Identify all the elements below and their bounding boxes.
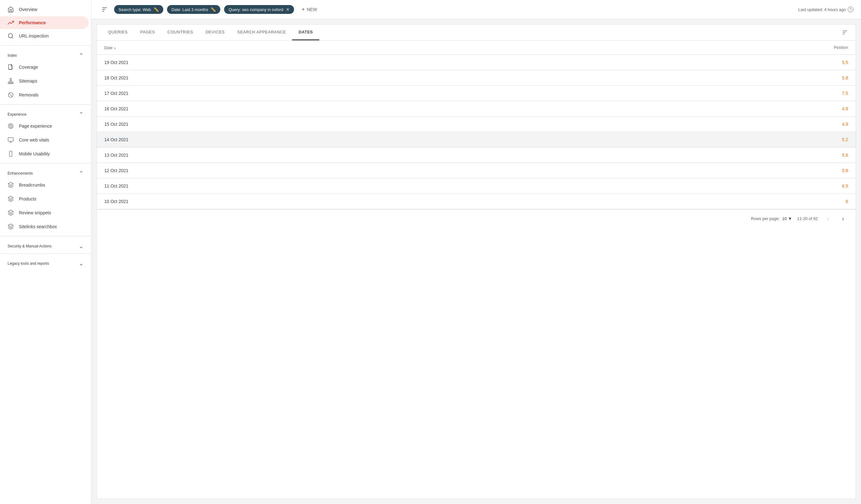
sidebar-item-url-inspection[interactable]: URL inspection [0, 30, 88, 42]
prev-page-button[interactable]: ‹ [823, 213, 833, 223]
table-row[interactable]: 17 Oct 20217.5 [97, 86, 856, 101]
section-experience-label: Experience [8, 112, 26, 117]
tab-devices[interactable]: DEVICES [199, 25, 231, 40]
layers-icon [8, 196, 14, 202]
sidebar-item-label: Review snippets [19, 210, 51, 215]
filter-button[interactable] [99, 4, 110, 15]
cell-date: 15 Oct 2021 [97, 117, 531, 132]
last-updated: Last updated: 4 hours ago ? [798, 6, 853, 12]
removals-icon [8, 92, 14, 98]
layers-icon [8, 209, 14, 216]
cell-date: 19 Oct 2021 [97, 55, 531, 70]
section-security-label: Security & Manual Actions [8, 244, 51, 248]
section-security[interactable]: Security & Manual Actions ⌄ [0, 239, 91, 251]
svg-line-10 [11, 80, 13, 81]
sidebar-item-label: Page experience [19, 124, 52, 128]
table-row[interactable]: 11 Oct 20216.5 [97, 178, 856, 194]
table-row[interactable]: 15 Oct 20214.9 [97, 117, 856, 132]
cell-date: 16 Oct 2021 [97, 101, 531, 117]
sitemap-icon [8, 78, 14, 84]
sidebar-item-core-web-vitals[interactable]: Core web vitals [0, 134, 88, 146]
section-enhancements-label: Enhancements [8, 171, 33, 176]
chip-search-type[interactable]: Search type: Web ✏️ [114, 5, 163, 14]
tab-pages[interactable]: PAGES [134, 25, 161, 40]
col-header-position[interactable]: Position [531, 41, 856, 55]
section-experience[interactable]: Experience ⌃ [0, 107, 91, 119]
table-row[interactable]: 12 Oct 20215.8 [97, 163, 856, 178]
new-button-label: NEW [306, 7, 317, 12]
svg-line-1 [12, 37, 13, 39]
cwv-icon [8, 137, 14, 143]
chip-query[interactable]: Query: seo company in oxford ✕ [224, 5, 294, 14]
sidebar-item-removals[interactable]: Removals [0, 88, 88, 101]
sidebar-item-label: Breadcrumbs [19, 182, 45, 188]
dropdown-arrow-icon: ▼ [788, 216, 792, 221]
sidebar-item-coverage[interactable]: Coverage [0, 61, 88, 73]
last-updated-text: Last updated: 4 hours ago [798, 7, 846, 12]
table-filter-button[interactable] [839, 27, 851, 38]
col-header-date[interactable]: Date ↓ [97, 41, 531, 55]
cell-date: 18 Oct 2021 [97, 70, 531, 86]
cell-date: 10 Oct 2021 [97, 194, 531, 209]
svg-marker-29 [8, 224, 14, 227]
chip-search-type-label: Search type: Web [119, 7, 151, 12]
sidebar-item-label: Products [19, 196, 36, 201]
table-row[interactable]: 14 Oct 20215.2 [97, 132, 856, 148]
tab-dates[interactable]: DATES [292, 25, 319, 40]
section-index-label: Index [8, 53, 17, 58]
svg-rect-3 [10, 79, 12, 79]
svg-marker-26 [8, 182, 14, 185]
tab-search-appearance[interactable]: SEARCH APPEARANCE [231, 25, 292, 40]
chip-date[interactable]: Date: Last 3 months ✏️ [167, 5, 220, 14]
info-icon: ? [848, 6, 853, 12]
table-row[interactable]: 10 Oct 20216 [97, 194, 856, 209]
rows-per-page-select[interactable]: 10 ▼ [782, 216, 792, 221]
chevron-down-icon: ⌄ [79, 243, 83, 250]
file-icon [8, 64, 14, 70]
section-legacy[interactable]: Legacy tools and reports ⌄ [0, 256, 91, 268]
cell-position: 5.8 [531, 163, 856, 178]
cell-position: 5.8 [531, 70, 856, 86]
sidebar-item-label: Removals [19, 92, 39, 97]
sidebar-item-label: Performance [19, 20, 46, 25]
pagination: Rows per page: 10 ▼ 11-20 of 92 ‹ › [97, 209, 856, 227]
sidebar-item-label: Mobile Usability [19, 151, 50, 156]
sidebar-item-performance[interactable]: Performance [0, 16, 88, 29]
table-row[interactable]: 18 Oct 20215.8 [97, 70, 856, 86]
svg-line-8 [9, 80, 11, 81]
chip-date-label: Date: Last 3 months [172, 7, 208, 12]
sidebar-item-products[interactable]: Products [0, 193, 88, 205]
tab-queries[interactable]: QUERIES [102, 25, 134, 40]
table-row[interactable]: 16 Oct 20214.8 [97, 101, 856, 117]
cell-position: 4.8 [531, 101, 856, 117]
home-icon [8, 6, 14, 13]
sidebar-item-overview[interactable]: Overview [0, 3, 88, 16]
sidebar-item-sitelinks-searchbox[interactable]: Sitelinks searchbox [0, 220, 88, 233]
rows-per-page-label: Rows per page: [751, 216, 780, 221]
rows-per-page: Rows per page: 10 ▼ [751, 216, 792, 221]
page-info: 11-20 of 92 [797, 216, 818, 221]
chevron-up-icon: ⌃ [79, 52, 83, 59]
section-legacy-label: Legacy tools and reports [8, 261, 49, 266]
search-icon [8, 33, 14, 39]
sidebar-item-page-experience[interactable]: Page experience [0, 120, 88, 132]
cell-date: 13 Oct 2021 [97, 148, 531, 163]
col-position-label: Position [834, 45, 848, 50]
next-page-button[interactable]: › [838, 213, 848, 223]
svg-marker-27 [8, 196, 14, 199]
cell-position: 4.9 [531, 117, 856, 132]
section-enhancements[interactable]: Enhancements ⌃ [0, 166, 91, 178]
table-row[interactable]: 13 Oct 20215.6 [97, 148, 856, 163]
sidebar-item-breadcrumbs[interactable]: Breadcrumbs [0, 179, 88, 191]
table-row[interactable]: 19 Oct 20215.5 [97, 55, 856, 70]
sidebar-item-review-snippets[interactable]: Review snippets [0, 206, 88, 219]
tab-countries[interactable]: COUNTRIES [161, 25, 199, 40]
section-index[interactable]: Index ⌃ [0, 48, 91, 60]
chip-query-label: Query: seo company in oxford [229, 7, 283, 12]
sidebar-item-mobile-usability[interactable]: Mobile Usability [0, 148, 88, 160]
close-icon[interactable]: ✕ [286, 7, 290, 12]
sidebar-item-sitemaps[interactable]: Sitemaps [0, 75, 88, 87]
sort-arrow-icon: ↓ [114, 45, 116, 50]
edit-icon: ✏️ [210, 7, 216, 12]
new-button[interactable]: + NEW [298, 4, 321, 15]
